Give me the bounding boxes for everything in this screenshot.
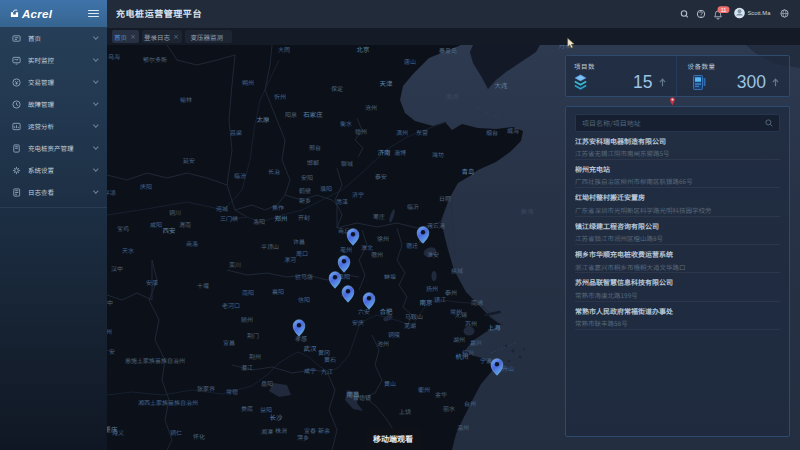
svg-text:怀化: 怀化	[193, 432, 205, 441]
svg-text:平凉: 平凉	[107, 188, 116, 197]
svg-text:运城: 运城	[216, 204, 228, 213]
svg-text:济南: 济南	[378, 147, 392, 157]
svg-text:铜仁: 铜仁	[170, 428, 182, 437]
svg-text:菏泽: 菏泽	[336, 197, 348, 206]
svg-text:荆门: 荆门	[247, 331, 259, 340]
svg-text:唐山: 唐山	[404, 57, 416, 66]
svg-text:咸宁: 咸宁	[304, 366, 316, 375]
svg-text:南通: 南通	[471, 298, 483, 307]
svg-text:延安: 延安	[183, 156, 195, 165]
svg-text:宿州: 宿州	[371, 250, 383, 259]
svg-text:上饶: 上饶	[399, 407, 411, 416]
svg-text:荆州: 荆州	[249, 352, 261, 361]
svg-text:连云港: 连云港	[427, 221, 445, 230]
svg-text:巴中: 巴中	[107, 298, 113, 307]
svg-text:商洛: 商洛	[186, 239, 198, 248]
svg-text:株洲: 株洲	[275, 426, 287, 435]
svg-text:天水: 天水	[122, 246, 134, 255]
svg-text:许昌: 许昌	[293, 237, 305, 246]
svg-text:11: 11	[721, 7, 727, 13]
svg-text:郑州: 郑州	[275, 213, 288, 223]
svg-text:温州: 温州	[457, 423, 469, 432]
svg-text:西安: 西安	[163, 225, 177, 235]
svg-text:台州: 台州	[464, 399, 476, 408]
svg-text:日照: 日照	[439, 194, 451, 203]
svg-text:南阳: 南阳	[242, 288, 254, 297]
svg-text:漯河: 漯河	[284, 255, 296, 264]
svg-text:安阳: 安阳	[301, 173, 313, 182]
svg-text:北京: 北京	[357, 45, 371, 54]
svg-text:铜川: 铜川	[169, 208, 181, 217]
svg-text:鄂尔多斯: 鄂尔多斯	[143, 55, 167, 64]
svg-text:大连: 大连	[495, 80, 509, 90]
svg-text:舟山: 舟山	[502, 364, 514, 373]
svg-text:铜陵: 铜陵	[388, 330, 400, 339]
svg-text:临沂: 临沂	[407, 202, 419, 211]
svg-text:苏州: 苏州	[465, 319, 477, 328]
svg-text:安庆: 安庆	[352, 318, 364, 327]
svg-text:常德: 常德	[226, 387, 238, 396]
svg-text:宜昌: 宜昌	[223, 338, 235, 347]
svg-text:衡水: 衡水	[340, 119, 352, 128]
svg-text:焦作: 焦作	[272, 203, 284, 212]
svg-text:宝鸡: 宝鸡	[117, 224, 129, 233]
svg-text:太原: 太原	[257, 114, 271, 124]
svg-text:滨州: 滨州	[396, 128, 408, 137]
svg-text:嘉兴: 嘉兴	[470, 338, 482, 347]
svg-text:汉中: 汉中	[111, 264, 123, 273]
svg-text:枣庄: 枣庄	[373, 212, 385, 221]
svg-text:上海: 上海	[488, 322, 502, 332]
svg-text:栾川: 栾川	[229, 260, 241, 269]
svg-text:金华: 金华	[435, 390, 447, 399]
svg-text:恩施土家族苗族自治州: 恩施土家族苗族自治州	[125, 356, 185, 365]
svg-text:芜湖: 芜湖	[404, 321, 416, 330]
svg-text:榆林: 榆林	[180, 95, 192, 104]
svg-text:沧州: 沧州	[365, 103, 377, 112]
svg-text:湘潭: 湘潭	[261, 427, 273, 436]
svg-text:南京: 南京	[420, 297, 434, 307]
svg-text:大同: 大同	[278, 45, 290, 54]
svg-text:长治: 长治	[268, 167, 280, 176]
svg-text:徐州: 徐州	[377, 234, 389, 243]
svg-text:丽水: 丽水	[443, 404, 455, 413]
svg-text:天津: 天津	[380, 78, 394, 88]
svg-text:湖州: 湖州	[453, 335, 465, 344]
svg-text:Scott.Ma: Scott.Ma	[748, 10, 772, 16]
svg-text:石家庄: 石家庄	[303, 109, 323, 119]
svg-text:十堰: 十堰	[197, 281, 209, 290]
svg-text:达州: 达州	[107, 327, 112, 336]
svg-text:宁波: 宁波	[480, 356, 492, 365]
svg-text:泰州: 泰州	[445, 288, 457, 297]
svg-text:济宁: 济宁	[352, 190, 364, 199]
svg-text:潍坊: 潍坊	[432, 150, 444, 159]
svg-text:洛阳: 洛阳	[253, 217, 265, 226]
svg-text:池州: 池州	[377, 339, 389, 348]
svg-text:娄底: 娄底	[241, 404, 253, 413]
svg-text:亳州: 亳州	[340, 245, 352, 254]
svg-text:扬州: 扬州	[426, 284, 438, 293]
svg-text:阳泉: 阳泉	[285, 110, 297, 119]
svg-text:秦皇岛: 秦皇岛	[439, 46, 457, 55]
svg-text:青岛: 青岛	[462, 166, 475, 176]
svg-text:衢州: 衢州	[418, 385, 430, 394]
svg-text:驻马店: 驻马店	[295, 272, 313, 281]
svg-text:泰安: 泰安	[375, 172, 387, 181]
svg-text:岳阳: 岳阳	[261, 379, 273, 388]
svg-text:南昌: 南昌	[347, 389, 360, 399]
svg-text:绍兴: 绍兴	[462, 348, 474, 357]
svg-text:邯郸: 邯郸	[307, 158, 319, 167]
svg-text:黄海: 黄海	[521, 206, 535, 216]
svg-text:孝感: 孝感	[295, 334, 307, 343]
svg-text:合肥: 合肥	[380, 306, 394, 316]
svg-text:信阳: 信阳	[298, 295, 310, 304]
svg-text:宿迁: 宿迁	[406, 241, 418, 250]
svg-text:聊城: 聊城	[341, 159, 353, 168]
svg-text:新余: 新余	[318, 426, 330, 435]
svg-text:盐城: 盐城	[451, 266, 463, 275]
svg-text:吕梁: 吕梁	[230, 128, 242, 137]
svg-text:平顶山: 平顶山	[261, 242, 279, 251]
svg-text:黄石: 黄石	[324, 355, 336, 364]
svg-text:渭南: 渭南	[179, 220, 191, 229]
svg-text:九江: 九江	[321, 367, 333, 376]
svg-text:新乡: 新乡	[299, 196, 311, 205]
